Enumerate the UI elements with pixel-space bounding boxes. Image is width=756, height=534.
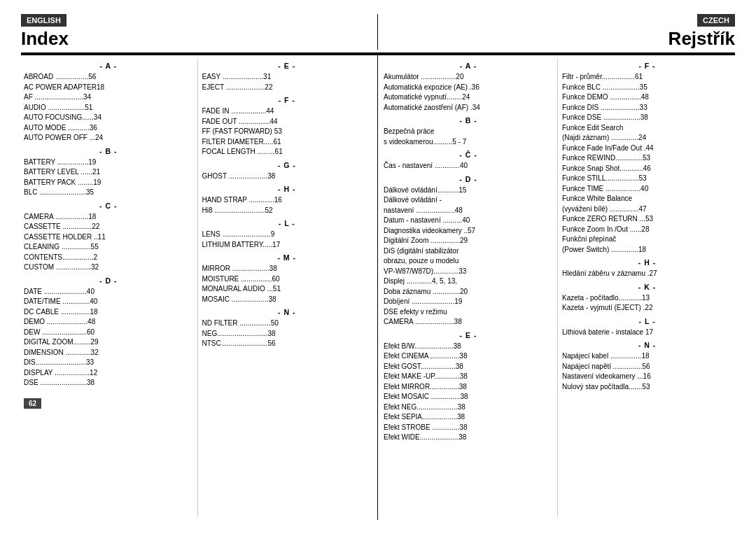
entry: FF (FAST FORWARD) 53 (202, 127, 372, 137)
entry: Napájecí napětí ...............56 (562, 362, 732, 372)
entry: ABROAD .................56 (24, 72, 193, 83)
entry: LENS .........................9 (202, 230, 372, 240)
entry: AC POWER ADAPTER18 (24, 83, 193, 93)
entry: Dálkové ovládání - (384, 195, 553, 206)
entry: MIRROR ...................38 (202, 264, 372, 274)
entry: Funkce Fade In/Fade Out .44 (562, 143, 732, 154)
english-col2: - E - EASY .....................31 EJECT… (198, 58, 372, 517)
entry: CAMERA ....................38 (384, 317, 553, 328)
entry: obrazu, pouze u modelu (384, 256, 553, 267)
entry: DiS (digitální stabilizátor (384, 246, 553, 257)
entry: Funkce DEMO ................48 (562, 92, 732, 103)
entry: NTSC........................56 (202, 339, 372, 349)
entry: AUTO FOCUSING......34 (24, 113, 193, 123)
section-c-en: - C - (24, 202, 193, 210)
entry: Funkce TIME ..................40 (562, 184, 732, 195)
entry: DEMO .....................48 (24, 317, 193, 328)
entry: BATTERY LEVEL ......21 (24, 167, 193, 178)
entry: MOSAIC ...................38 (202, 295, 372, 305)
section-e-en: - E - (202, 62, 372, 70)
entry: AUDIO ...................51 (24, 103, 193, 113)
english-col1: - A - ABROAD .................56 AC POWE… (24, 58, 198, 517)
section-d-cz: - D - (384, 175, 553, 183)
entry: Funkce Snap Shot............46 (562, 164, 732, 174)
entry: LITHIUM BATTERY.....17 (202, 240, 372, 251)
entry: HAND STRAP .............16 (202, 195, 372, 206)
entry: Automatické vypnutí........24 (384, 92, 553, 103)
section-h-cz: - H - (562, 258, 732, 267)
entry: CONTENTS................2 (24, 253, 193, 263)
entry: EASY .....................31 (202, 72, 372, 83)
content-area: - A - ABROAD .................56 AC POWE… (21, 54, 735, 520)
entry: Hledání záběru v záznamu .27 (562, 269, 732, 279)
entry: DIS..........................33 (24, 358, 193, 368)
entry: DISPLAY ..................12 (24, 368, 193, 379)
entry: CAMERA .................18 (24, 212, 193, 223)
entry: Efekt MIRROR...............38 (384, 382, 553, 393)
entry: Automatická expozice (AE) .36 (384, 83, 553, 93)
entry: Efekt STROBE ..............38 (384, 423, 553, 433)
entry: MOISTURE ................60 (202, 274, 372, 285)
entry: BLC ........................35 (24, 188, 193, 198)
entry: Funkce DIS ....................33 (562, 103, 732, 113)
entry: Funkce ZERO RETURN ...53 (562, 214, 732, 225)
entry: BATTERY ................19 (24, 157, 193, 168)
entry: Bezpečná práce (384, 127, 553, 137)
section-c-cz: - Č - (384, 150, 553, 159)
entry: Funkce BLC ...................35 (562, 83, 732, 93)
section-f-en: - F - (202, 96, 372, 104)
entry: Efekt MAKE -UP.............38 (384, 372, 553, 382)
section-l-cz: - L - (562, 317, 732, 325)
entry: Funkce STILL.................53 (562, 174, 732, 184)
entry: Funkce White Balance (562, 194, 732, 204)
entry: DSE ........................38 (24, 378, 193, 388)
entry: Dobíjení ......................19 (384, 297, 553, 307)
entry: Efekt WIDE....................38 (384, 433, 553, 443)
entry: Digitální Zoom ...............29 (384, 236, 553, 246)
english-badge: ENGLISH (21, 14, 66, 27)
entry: Efekt GOST..................38 (384, 362, 553, 372)
entry: Efekt CINEMA ...............38 (384, 351, 553, 362)
entry: Dálkové ovládání...........15 (384, 185, 553, 196)
entry: Funkce REWIND..............53 (562, 153, 732, 164)
entry: AUTO POWER OFF ...24 (24, 133, 193, 143)
entry: Efekt SEPIA..................38 (384, 412, 553, 423)
section-m-en: - M - (202, 253, 372, 262)
entry: AF .........................34 (24, 92, 193, 103)
entry: Kazeta - počítadlo............13 (562, 293, 732, 304)
entry: Kazeta - vyjmutí (EJECT) .22 (562, 303, 732, 314)
section-l-en: - L - (202, 219, 372, 227)
page: ENGLISH Index CZECH Rejstřík - A - ABROA… (0, 0, 756, 534)
english-section-header: ENGLISH Index (21, 14, 378, 50)
entry: Lithiová baterie - instalace 17 (562, 328, 732, 338)
entry: CASSETTE ...............22 (24, 222, 193, 232)
section-n-cz: - N - (562, 341, 732, 349)
entry: Funkce DSE ...................38 (562, 113, 732, 123)
entry: nastavení ....................48 (384, 206, 553, 216)
entry: NEG..........................38 (202, 329, 372, 339)
entry: Efekt B/W....................38 (384, 342, 553, 352)
section-n-en: - N - (202, 308, 372, 316)
entry: EJECT ....................22 (202, 83, 372, 93)
section-e-cz: - E - (384, 331, 553, 339)
entry: Akumulátor ..................20 (384, 72, 553, 83)
entry: Diagnostika videokamery ..57 (384, 226, 553, 237)
entry: Efekt NEG.....................38 (384, 402, 553, 413)
rejstrik-title: Rejstřík (385, 28, 735, 50)
section-g-en: - G - (202, 161, 372, 169)
czech-badge: CZECH (697, 14, 735, 27)
entry: FILTER DIAMETER.....61 (202, 137, 372, 148)
entry: CUSTOM ..................32 (24, 262, 193, 273)
entry: Čas - nastavení .............40 (384, 161, 553, 171)
entry: Nastavení videokamery ...16 (562, 372, 732, 382)
entry: CLEANING ...............55 (24, 242, 193, 253)
entry: MONAURAL AUDIO ...51 (202, 284, 372, 295)
entry: CASSETTE HOLDER ..11 (24, 232, 193, 243)
entry: Datum - nastavení ..........40 (384, 216, 553, 226)
entry: DEW .......................60 (24, 328, 193, 338)
entry: DC CABLE ...............18 (24, 307, 193, 318)
entry: Doba záznamu ..............20 (384, 287, 553, 297)
section-b-en: - B - (24, 147, 193, 155)
entry: Funkční přepínač (562, 234, 732, 245)
page-badge: 62 (24, 398, 41, 409)
